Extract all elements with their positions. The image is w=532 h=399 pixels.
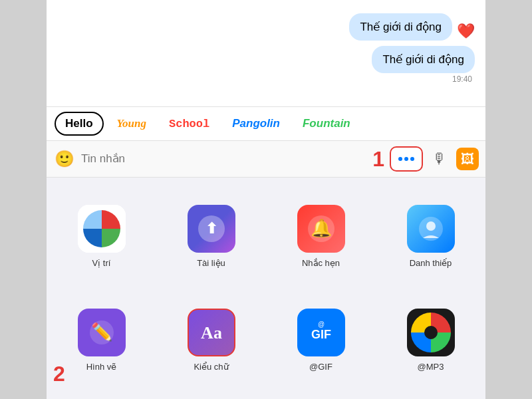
svg-text:Aa: Aa (201, 323, 222, 342)
bizcard-icon (407, 205, 455, 253)
message-input[interactable] (81, 152, 367, 166)
mp3-label: @MP3 (418, 362, 444, 372)
document-icon: ⬆ (188, 205, 235, 253)
font-tab-pangolin[interactable]: Pangolin (223, 113, 289, 134)
more-button[interactable] (390, 146, 423, 172)
dot-3 (410, 157, 414, 161)
gif-icon: GIF @ (297, 309, 345, 356)
chat-bubble-2: Thế giới di động (372, 46, 475, 73)
message-bar: 🙂 1 🎙 🖼 (47, 141, 485, 178)
chat-bubble-2-text: Thế giới di động (382, 53, 464, 66)
svg-text:✏️: ✏️ (91, 321, 113, 342)
chat-bubble-1-text: Thế giới di động (360, 21, 442, 33)
app-item-mp3[interactable]: @MP3 (376, 289, 485, 393)
image-button[interactable]: 🖼 (456, 148, 479, 170)
app-item-reminder[interactable]: 🔔 Nhắc hẹn (266, 184, 376, 289)
reminder-svg: 🔔 (307, 214, 336, 243)
chat-bubble-1: Thế giới di động (349, 13, 452, 41)
app-item-bizcard[interactable]: Danh thiếp (376, 184, 485, 289)
font-tab-fountain[interactable]: Fountain (293, 113, 360, 134)
bizcard-svg (416, 214, 446, 243)
chat-area: Thế giới di động ❤️ Thế giới di động 19:… (47, 0, 485, 106)
font-tab-school[interactable]: School (160, 114, 219, 134)
svg-text:⬆: ⬆ (205, 220, 217, 237)
reminder-label: Nhắc hẹn (302, 258, 340, 268)
gif-label: @GIF (309, 362, 332, 372)
microphone-button[interactable]: 🎙 (428, 148, 451, 170)
location-label: Vị trí (92, 258, 111, 268)
fontstyle-svg: Aa (195, 316, 228, 349)
chat-bubble-row-1: Thế giới di động ❤️ (349, 13, 475, 41)
document-svg: ⬆ (197, 214, 226, 243)
font-tabs-bar: Hello Young School Pangolin Fountain (47, 106, 485, 141)
mp3-center (424, 326, 438, 339)
mp3-disc (411, 313, 451, 352)
svg-text:🔔: 🔔 (311, 217, 332, 239)
emoji-button[interactable]: 🙂 (53, 148, 76, 170)
mp3-icon (407, 309, 455, 356)
reminder-icon: 🔔 (297, 205, 345, 253)
svg-text:@: @ (317, 321, 324, 328)
draw-svg: ✏️ (87, 318, 116, 347)
location-svg (78, 205, 126, 253)
fontstyle-label: Kiểu chữ (194, 362, 228, 372)
step-2-badge: 2 (53, 363, 65, 384)
gif-svg: GIF @ (305, 316, 338, 349)
app-item-gif[interactable]: GIF @ @GIF (266, 289, 376, 393)
draw-icon: ✏️ (78, 309, 126, 356)
location-icon (78, 205, 126, 253)
app-item-location[interactable]: Vị trí (47, 184, 156, 289)
app-grid: Vị trí ⬆ Tài liệu 🔔 Nhắc hẹn (47, 178, 485, 399)
app-item-document[interactable]: ⬆ Tài liệu (156, 184, 266, 289)
heart-reaction-icon: ❤️ (456, 22, 475, 41)
app-item-fontstyle[interactable]: Aa Kiểu chữ (156, 289, 266, 393)
font-tab-young[interactable]: Young (108, 113, 156, 134)
fontstyle-icon: Aa (188, 309, 235, 356)
dot-2 (404, 157, 408, 161)
document-label: Tài liệu (197, 258, 225, 268)
svg-text:GIF: GIF (311, 328, 331, 341)
bizcard-label: Danh thiếp (410, 258, 452, 268)
draw-label: Hình vẽ (86, 362, 117, 372)
step-1-badge: 1 (372, 148, 384, 170)
dot-1 (398, 157, 402, 161)
font-tab-hello[interactable]: Hello (55, 112, 104, 136)
svg-point-6 (426, 221, 436, 231)
app-item-draw[interactable]: ✏️ Hình vẽ 2 (47, 289, 156, 393)
chat-bubble-2-time: 19:40 (452, 74, 475, 84)
